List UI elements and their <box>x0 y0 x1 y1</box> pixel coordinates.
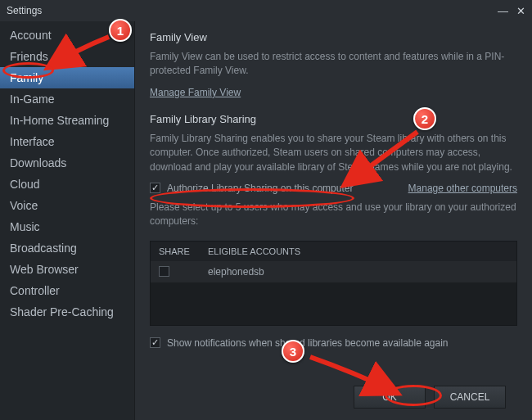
sidebar-item-music[interactable]: Music <box>0 216 134 237</box>
settings-window: Settings — ✕ Account Friends Family In-G… <box>0 0 532 420</box>
eligible-accounts-table: SHARE ELIGIBLE ACCOUNTS elephonedsb <box>150 241 517 326</box>
notifications-label: Show notifications when shared libraries… <box>167 337 449 349</box>
ok-button[interactable]: OK <box>354 386 426 409</box>
close-icon[interactable]: ✕ <box>516 5 525 17</box>
manage-family-view-link[interactable]: Manage Family View <box>150 87 241 98</box>
sidebar-item-voice[interactable]: Voice <box>0 195 134 216</box>
manage-other-computers-link[interactable]: Manage other computers <box>408 183 517 194</box>
settings-sidebar: Account Friends Family In-Game In-Home S… <box>0 21 135 420</box>
sidebar-item-friends[interactable]: Friends <box>0 46 134 67</box>
account-name: elephonedsb <box>208 266 264 278</box>
family-view-description: Family View can be used to restrict acce… <box>150 50 517 79</box>
sidebar-item-web-browser[interactable]: Web Browser <box>0 259 134 280</box>
dialog-footer: OK CANCEL <box>150 377 517 420</box>
sidebar-item-cloud[interactable]: Cloud <box>0 174 134 195</box>
window-title: Settings <box>7 5 42 16</box>
window-body: Account Friends Family In-Game In-Home S… <box>0 21 532 420</box>
family-view-title: Family View <box>150 31 517 43</box>
notifications-row: Show notifications when shared libraries… <box>150 337 517 349</box>
table-empty-space <box>151 282 516 325</box>
sidebar-item-controller[interactable]: Controller <box>0 280 134 301</box>
sidebar-item-broadcasting[interactable]: Broadcasting <box>0 237 134 259</box>
authorize-checkbox[interactable] <box>150 183 160 193</box>
sidebar-item-account[interactable]: Account <box>0 25 134 46</box>
sidebar-item-interface[interactable]: Interface <box>0 131 134 152</box>
settings-content: Family View Family View can be used to r… <box>135 21 532 420</box>
share-checkbox[interactable] <box>159 266 169 277</box>
authorize-row: Authorize Library Sharing on this comput… <box>150 183 517 194</box>
authorize-label: Authorize Library Sharing on this comput… <box>167 183 353 194</box>
sidebar-item-in-home-streaming[interactable]: In-Home Streaming <box>0 110 134 131</box>
table-header-share: SHARE <box>159 246 208 256</box>
titlebar: Settings — ✕ <box>0 0 532 21</box>
minimize-icon[interactable]: — <box>498 5 508 17</box>
table-header-account: ELIGIBLE ACCOUNTS <box>208 246 300 256</box>
select-users-text: Please select up to 5 users who may acce… <box>150 201 517 229</box>
sidebar-item-family[interactable]: Family <box>0 67 134 88</box>
cancel-button[interactable]: CANCEL <box>434 386 506 409</box>
notifications-checkbox[interactable] <box>150 337 160 348</box>
table-row: elephonedsb <box>151 261 516 282</box>
table-header: SHARE ELIGIBLE ACCOUNTS <box>151 242 516 261</box>
sidebar-item-downloads[interactable]: Downloads <box>0 152 134 174</box>
library-sharing-title: Family Library Sharing <box>150 113 517 125</box>
window-controls: — ✕ <box>498 5 525 17</box>
sidebar-item-shader-pre-caching[interactable]: Shader Pre-Caching <box>0 301 134 323</box>
sidebar-item-in-game[interactable]: In-Game <box>0 88 134 110</box>
library-sharing-description: Family Library Sharing enables you to sh… <box>150 132 517 174</box>
